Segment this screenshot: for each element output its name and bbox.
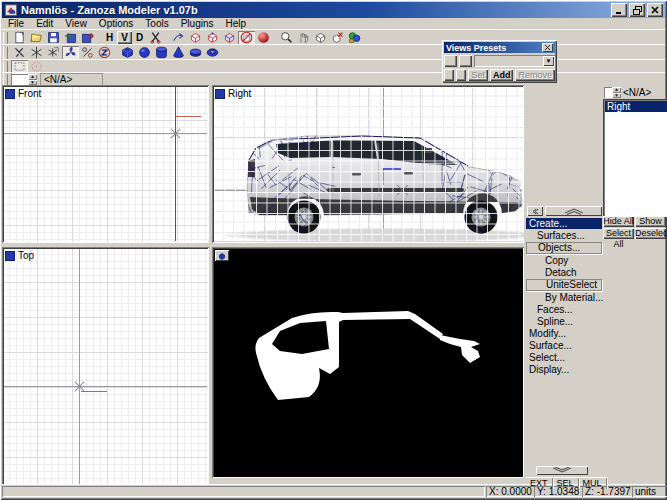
command-surface[interactable]: Surface... (526, 340, 602, 351)
move-button[interactable] (170, 31, 187, 45)
primitive-disc-button[interactable] (187, 46, 204, 60)
viewport-front[interactable]: Front (2, 85, 209, 243)
fence-select-button[interactable] (45, 46, 62, 60)
preset-slot-button[interactable] (444, 55, 457, 67)
select-all-button[interactable]: Select All (603, 228, 634, 239)
command-surfaces[interactable]: Surfaces... (526, 230, 602, 241)
menu-file[interactable]: File (2, 18, 30, 29)
front-red-marker (176, 116, 201, 117)
minimize-button[interactable] (611, 3, 627, 17)
panel-collapse-button[interactable] (527, 206, 543, 216)
viewport-right[interactable]: Right (212, 85, 524, 243)
cut-button[interactable] (147, 31, 164, 45)
mode-mul[interactable]: MUL (579, 478, 607, 489)
scene-list-item-right[interactable]: Right (605, 101, 667, 112)
menu-options[interactable]: Options (93, 18, 139, 29)
z-mode-button[interactable] (96, 46, 113, 60)
toolbar-grip[interactable] (3, 74, 8, 86)
toolbar-grip[interactable] (3, 47, 8, 59)
axis-box-off-icon (240, 31, 253, 44)
preset-slot-button[interactable] (456, 69, 466, 81)
dialog-close-button[interactable] (542, 43, 553, 52)
cube-icon (218, 252, 226, 260)
toggle-h-button[interactable]: H (102, 31, 117, 44)
new-button[interactable] (11, 31, 28, 45)
spinner-buttons[interactable]: ▲▼ (28, 74, 37, 85)
scene-object-list[interactable]: Right (603, 99, 667, 217)
command-by-material[interactable]: By Material... (526, 292, 602, 303)
scene-combo-value[interactable]: <N/A> (623, 87, 651, 98)
set-button[interactable]: Set (468, 69, 488, 81)
mode-ext[interactable]: EXT (526, 478, 553, 489)
viewport-top[interactable]: Top (2, 247, 209, 486)
pan-button[interactable] (295, 31, 312, 45)
propeller-button[interactable] (62, 46, 79, 60)
command-copy[interactable]: Copy (526, 255, 602, 266)
command-uniteselect[interactable]: UniteSelect (526, 279, 602, 291)
spinner-down-icon[interactable]: ▼ (612, 93, 621, 99)
preset-combo[interactable]: ▼ (474, 55, 555, 67)
export-button[interactable] (79, 31, 96, 45)
chevron-down-icon[interactable]: ▼ (543, 56, 554, 66)
views-presets-title-bar[interactable]: Views Presets (444, 42, 555, 53)
command-faces[interactable]: Faces... (526, 304, 602, 315)
open-button[interactable] (28, 31, 45, 45)
deselect-button[interactable]: Deselect (635, 228, 666, 239)
primitive-sphere-button[interactable] (136, 46, 153, 60)
primitive-box-button[interactable] (119, 46, 136, 60)
value-spinner[interactable]: ▲▼ (11, 74, 37, 85)
toggle-v-button[interactable]: V (117, 31, 132, 44)
views-presets-dialog[interactable]: Views Presets ▼ SetAddRemove (442, 40, 557, 83)
command-detach[interactable]: Detach (526, 267, 602, 278)
hide-all-button[interactable]: Hide All (603, 216, 634, 227)
scene-spinner[interactable]: ▲▼ (604, 87, 621, 98)
zoom-button[interactable] (278, 31, 295, 45)
spinner-buttons[interactable]: ▲▼ (612, 87, 621, 98)
command-spline[interactable]: Spline... (526, 316, 602, 327)
command-select[interactable]: Select... (526, 352, 602, 363)
import-button[interactable] (62, 31, 79, 45)
toolbar-grip[interactable] (3, 32, 8, 44)
menu-help[interactable]: Help (220, 18, 253, 29)
command-display[interactable]: Display... (526, 364, 602, 375)
primitive-cylinder-button[interactable] (153, 46, 170, 60)
menu-view[interactable]: View (59, 18, 93, 29)
axis-box-screen-button[interactable] (204, 31, 221, 45)
mode-sel[interactable]: SEL (553, 478, 579, 489)
panel-scroll-up-button[interactable] (545, 206, 602, 216)
preset-slot-button[interactable] (459, 55, 472, 67)
perspective-view-icon[interactable] (215, 250, 229, 261)
scale-button[interactable] (79, 46, 96, 60)
material-editor-button[interactable] (346, 31, 363, 45)
primitive-cone-button[interactable] (170, 46, 187, 60)
axis-box-local-button[interactable] (187, 31, 204, 45)
title-bar[interactable]: Namnlös - Zanoza Modeler v1.07b (2, 2, 665, 18)
menu-plugins[interactable]: Plugins (175, 18, 220, 29)
viewport-perspective[interactable] (212, 247, 524, 478)
remove-button[interactable]: Remove (515, 69, 555, 81)
axis-box-world-button[interactable] (221, 31, 238, 45)
top-axis-vertical (79, 249, 80, 484)
toolbar-grip[interactable] (3, 61, 8, 73)
menu-edit[interactable]: Edit (30, 18, 59, 29)
restore-button[interactable] (629, 3, 645, 17)
panel-scroll-down-button[interactable] (536, 466, 588, 475)
render-button[interactable] (255, 31, 272, 45)
axis-box-off-button[interactable] (238, 31, 255, 45)
add-button[interactable]: Add (490, 69, 514, 81)
command-create[interactable]: Create... (526, 218, 602, 229)
toggle-d-button[interactable]: D (132, 31, 147, 44)
command-modify[interactable]: Modify... (526, 328, 602, 339)
maximize-view-button[interactable] (329, 31, 346, 45)
preset-slot-button[interactable] (444, 69, 454, 81)
menu-tools[interactable]: Tools (139, 18, 174, 29)
select-star-button[interactable] (28, 46, 45, 60)
command-objects[interactable]: Objects... (526, 242, 602, 254)
close-button[interactable] (647, 3, 663, 17)
rotate-view-button[interactable] (312, 31, 329, 45)
primitive-torus-button[interactable] (204, 46, 221, 60)
save-button[interactable] (45, 31, 62, 45)
select-button[interactable] (11, 46, 28, 60)
scene-spinner-value (604, 87, 612, 98)
show-all-button[interactable]: Show All (635, 216, 666, 227)
